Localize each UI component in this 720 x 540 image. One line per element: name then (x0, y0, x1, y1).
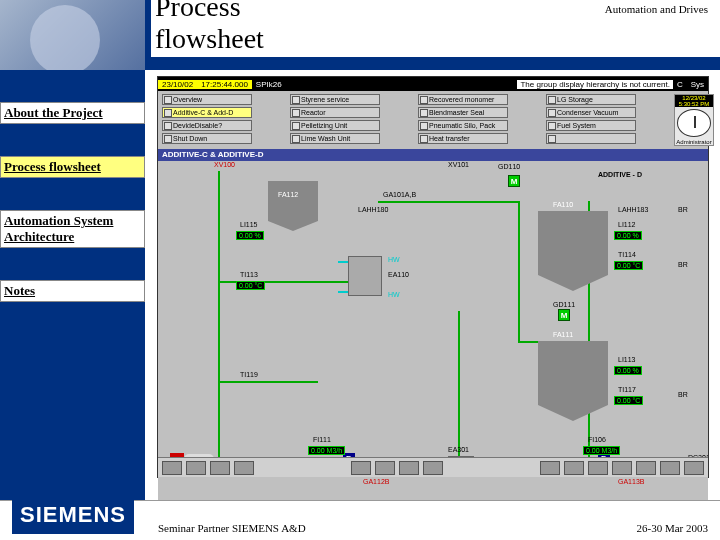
menu-shutdown[interactable]: Shut Down (162, 133, 252, 144)
tag-ti113: TI113 (240, 271, 258, 278)
value-fi111: 0.00 M3/h (308, 446, 345, 455)
menu-styrene[interactable]: Styrene service (290, 94, 380, 105)
hmi-status: C (673, 80, 687, 89)
menu-overview[interactable]: Overview (162, 94, 252, 105)
tag-gd110: GD110 (498, 163, 520, 170)
tag-fa110: FA110 (553, 201, 573, 208)
menu-lgstorage[interactable]: LG Storage (546, 94, 636, 105)
process-diagram: M M D D XV100 XV101 GD110 ADDITIVE - D F… (158, 161, 708, 501)
tag-li115: LI115 (240, 221, 258, 228)
tool-k[interactable] (684, 461, 704, 475)
exchanger-ea110[interactable] (348, 256, 382, 296)
vessel-fa110[interactable] (538, 211, 608, 291)
tag-hw1: HW (388, 256, 400, 263)
brand-text: Automation and Drives (603, 3, 710, 15)
nav-notes[interactable]: Notes (0, 280, 145, 302)
value-li113: 0.00 % (614, 366, 642, 375)
tag-hw2: HW (388, 291, 400, 298)
tool-g[interactable] (588, 461, 608, 475)
menu-reactor[interactable]: Reactor (290, 107, 380, 118)
tag-fi111: FI111 (313, 436, 331, 443)
menu-limewash[interactable]: Lime Wash Unit (290, 133, 380, 144)
tag-ea301: EA301 (448, 446, 469, 453)
nav-about[interactable]: About the Project (0, 102, 145, 124)
tool-f[interactable] (564, 461, 584, 475)
tool-play[interactable] (186, 461, 206, 475)
content-area: 23/10/02 17:25:44.000 SPIk26 The group d… (145, 70, 720, 500)
tag-fa111: FA111 (553, 331, 573, 338)
tag-gd111: GD111 (553, 301, 575, 308)
tag-br3: BR (678, 391, 688, 398)
motor-gd111[interactable]: M (558, 309, 570, 321)
tag-ti119: TI119 (240, 371, 258, 378)
value-ti113: 0.00 °C (236, 281, 265, 290)
tag-ea110: EA110 (388, 271, 409, 278)
menu-pelletizing[interactable]: Pelletizing Unit (290, 120, 380, 131)
sidebar: About the Project Process flowsheet Auto… (0, 70, 145, 500)
hmi-toolbar (158, 457, 708, 477)
vessel-fa111[interactable] (538, 341, 608, 421)
value-li112: 0.00 % (614, 231, 642, 240)
hmi-node: SPIk26 (252, 80, 286, 89)
clock-panel: 12/23/02 5:30:52 PM Administrator (674, 94, 714, 146)
tag-li112: LI112 (618, 221, 636, 228)
value-ti114: 0.00 °C (614, 261, 643, 270)
clock-user: Administrator (676, 139, 711, 145)
value-ti117: 0.00 °C (614, 396, 643, 405)
nav-process-flowsheet[interactable]: Process flowsheet (0, 156, 145, 178)
tool-d[interactable] (423, 461, 443, 475)
footer: SIEMENS Seminar Partner SIEMENS A&D 26-3… (0, 500, 720, 540)
tag-fi106: FI106 (588, 436, 606, 443)
menu-pneumatic[interactable]: Pneumatic Silo, Pack (418, 120, 508, 131)
menu-devicedisable[interactable]: DevideDisable? (162, 120, 252, 131)
hmi-screen: 23/10/02 17:25:44.000 SPIk26 The group d… (157, 76, 709, 478)
menu-empty[interactable] (546, 133, 636, 144)
tag-ga113b: GA113B (618, 478, 644, 485)
tag-br2: BR (678, 261, 688, 268)
vessel-fa112[interactable] (268, 181, 318, 231)
menu-heat[interactable]: Heat transfer (418, 133, 508, 144)
tool-c[interactable] (399, 461, 419, 475)
clock-icon (677, 109, 711, 137)
hmi-warning: The group display hierarchy is not curre… (517, 80, 672, 89)
tool-a[interactable] (351, 461, 371, 475)
menu-fuel[interactable]: Fuel System (546, 120, 636, 131)
tag-additive-d: ADDITIVE - D (598, 171, 642, 178)
clock-time: 12/23/02 5:30:52 PM (675, 95, 713, 107)
tool-e[interactable] (540, 461, 560, 475)
tag-ga112b: GA112B (363, 478, 389, 485)
footer-left: Seminar Partner SIEMENS A&D (158, 522, 306, 534)
tool-h[interactable] (612, 461, 632, 475)
tool-prev[interactable] (162, 461, 182, 475)
siemens-logo: SIEMENS (12, 496, 134, 534)
tag-xv101: XV101 (448, 161, 469, 168)
tool-j[interactable] (660, 461, 680, 475)
value-li115: 0.00 % (236, 231, 264, 240)
tag-fa112: FA112 (278, 191, 298, 198)
tool-stop[interactable] (234, 461, 254, 475)
tag-lahh183: LAHH183 (618, 206, 648, 213)
tag-xv100: XV100 (214, 161, 235, 168)
tool-next[interactable] (210, 461, 230, 475)
tool-i[interactable] (636, 461, 656, 475)
tag-br1: BR (678, 206, 688, 213)
tag-li113: LI113 (618, 356, 636, 363)
tag-ti117: TI117 (618, 386, 636, 393)
tool-b[interactable] (375, 461, 395, 475)
menu-additive[interactable]: Additive-C & Add-D (162, 107, 252, 118)
motor-gd110[interactable]: M (508, 175, 520, 187)
hmi-status-bar: 23/10/02 17:25:44.000 SPIk26 The group d… (158, 77, 708, 91)
banner-image (0, 0, 145, 70)
value-fi106: 0.00 M3/h (583, 446, 620, 455)
menu-recovered[interactable]: Recovered monomer (418, 94, 508, 105)
nav-automation-architecture[interactable]: Automation System Architecture (0, 210, 145, 248)
menu-condenser[interactable]: Condenser Vacuum (546, 107, 636, 118)
menu-blendmaster[interactable]: Blendmaster Seal (418, 107, 508, 118)
hmi-menu: Overview Additive-C & Add-D DevideDisabl… (158, 91, 708, 149)
hmi-time: 17:25:44.000 (197, 80, 252, 89)
tag-lahh180: LAHH180 (358, 206, 388, 213)
footer-right: 26-30 Mar 2003 (637, 522, 709, 534)
hmi-date: 23/10/02 (158, 80, 197, 89)
tag-ga101: GA101A,B (383, 191, 416, 198)
tag-ti114: TI114 (618, 251, 636, 258)
